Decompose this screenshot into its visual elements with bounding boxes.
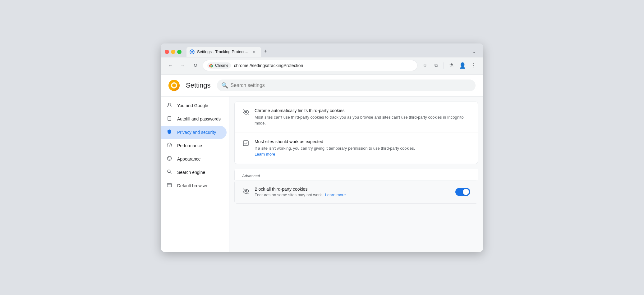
title-bar: Settings - Tracking Protection × + ⌄ [161, 43, 483, 57]
svg-line-14 [170, 172, 171, 174]
sidebar-label-search-engine: Search engine [177, 170, 205, 175]
tracking-protection-card: Chrome automatically limits third-party … [234, 102, 478, 164]
bookmark-icon: ☆ [423, 62, 427, 68]
limit-cookies-desc: Most sites can't use third-party cookies… [255, 114, 470, 126]
chrome-logo-icon [209, 63, 214, 68]
back-button[interactable]: ← [165, 61, 175, 70]
menu-button[interactable]: ⋮ [469, 61, 479, 70]
nav-bar: ← → ↻ Chrome chrome://settings/trackingP… [161, 57, 483, 74]
sidebar: You and Google Autofill and passwords [161, 97, 229, 252]
sidebar-item-you-and-google[interactable]: You and Google [161, 99, 227, 112]
extensions-button[interactable]: ⧉ [431, 61, 441, 70]
svg-point-10 [168, 157, 169, 158]
block-cookies-toggle[interactable] [455, 188, 470, 196]
block-cookies-text: Block all third-party cookies Features o… [255, 187, 450, 197]
block-cookies-desc: Features on some sites may not work. Lea… [255, 193, 450, 197]
learn-more-link-1[interactable]: Learn more [255, 152, 275, 157]
active-tab[interactable]: Settings - Tracking Protection × [186, 47, 261, 57]
person-icon [166, 102, 173, 109]
maximize-window-button[interactable] [177, 50, 182, 54]
menu-icon: ⋮ [471, 62, 476, 68]
minimize-window-button[interactable] [171, 50, 175, 54]
checkbox-icon [242, 140, 250, 148]
settings-container: Settings 🔍 You and Google [161, 74, 483, 252]
clipboard-icon [166, 116, 173, 123]
traffic-lights [165, 50, 182, 54]
lab-icon: ⚗ [449, 62, 453, 68]
svg-point-4 [168, 103, 170, 105]
new-tab-button[interactable]: + [261, 47, 270, 56]
browser-icon [166, 182, 173, 189]
block-cookies-title: Block all third-party cookies [255, 187, 450, 192]
sidebar-item-performance[interactable]: Performance [161, 139, 227, 152]
settings-header: Settings 🔍 [161, 75, 483, 97]
tab-close-button[interactable]: × [251, 49, 257, 55]
settings-page-title: Settings [186, 81, 211, 89]
chrome-badge-label: Chrome [215, 63, 228, 68]
limit-cookies-item: Chrome automatically limits third-party … [235, 102, 478, 133]
sidebar-label-privacy: Privacy and security [177, 130, 216, 135]
sidebar-item-search-engine[interactable]: Search engine [161, 166, 227, 179]
svg-point-9 [168, 156, 172, 160]
browser-window: Settings - Tracking Protection × + ⌄ ← →… [161, 43, 483, 252]
nav-icons: ☆ ⧉ ⚗ 👤 ⋮ [420, 61, 479, 70]
sidebar-label-you-and-google: You and Google [177, 103, 208, 108]
sites-work-text: Most sites should work as expected If a … [255, 139, 470, 157]
svg-line-8 [169, 145, 170, 146]
close-window-button[interactable] [165, 50, 169, 54]
shield-icon [166, 129, 173, 136]
block-eye-off-icon [242, 188, 250, 196]
svg-point-12 [169, 159, 170, 159]
sidebar-item-appearance[interactable]: Appearance [161, 152, 227, 166]
learn-more-link-2[interactable]: Learn more [325, 193, 346, 197]
svg-rect-5 [168, 116, 171, 120]
sidebar-item-privacy[interactable]: Privacy and security [161, 126, 227, 139]
reload-button[interactable]: ↻ [190, 61, 200, 70]
sidebar-label-default-browser: Default browser [177, 183, 208, 188]
limit-cookies-title: Chrome automatically limits third-party … [255, 108, 470, 113]
profile-icon: 👤 [459, 62, 466, 69]
extensions-icon: ⧉ [435, 63, 438, 68]
search-icon [166, 169, 173, 176]
address-bar[interactable]: Chrome chrome://settings/trackingProtect… [203, 60, 417, 71]
main-panel: Chrome automatically limits third-party … [229, 97, 483, 252]
svg-point-11 [170, 157, 171, 158]
eye-off-icon [242, 109, 250, 117]
sidebar-label-autofill: Autofill and passwords [177, 116, 221, 121]
forward-button[interactable]: → [178, 61, 188, 70]
sites-work-title: Most sites should work as expected [255, 139, 470, 144]
nav-divider [444, 62, 444, 69]
block-cookies-item: Block all third-party cookies Features o… [235, 180, 478, 203]
lab-button[interactable]: ⚗ [446, 61, 456, 70]
sites-work-item: Most sites should work as expected If a … [235, 133, 478, 164]
block-cookies-card: Block all third-party cookies Features o… [234, 180, 478, 204]
svg-rect-20 [243, 141, 248, 146]
settings-search-input[interactable] [217, 79, 476, 91]
sidebar-label-appearance: Appearance [177, 157, 201, 161]
settings-logo [168, 80, 180, 91]
sidebar-label-performance: Performance [177, 143, 202, 148]
tab-title: Settings - Tracking Protection [197, 49, 249, 54]
advanced-label: Advanced [235, 169, 478, 180]
tab-favicon-icon [190, 49, 195, 54]
gauge-icon [166, 142, 173, 149]
bookmark-button[interactable]: ☆ [420, 61, 430, 70]
profile-button[interactable]: 👤 [458, 61, 467, 70]
toggle-knob [463, 189, 469, 195]
settings-body: You and Google Autofill and passwords [161, 97, 483, 252]
tab-bar: Settings - Tracking Protection × + [186, 47, 467, 57]
palette-icon [166, 156, 173, 163]
address-url: chrome://settings/trackingProtection [234, 63, 413, 68]
chrome-badge: Chrome [207, 62, 231, 69]
svg-point-17 [168, 184, 168, 184]
tab-overflow-button[interactable]: ⌄ [469, 47, 479, 56]
limit-cookies-text: Chrome automatically limits third-party … [255, 108, 470, 126]
sidebar-item-autofill[interactable]: Autofill and passwords [161, 112, 227, 126]
svg-point-1 [191, 51, 193, 52]
settings-logo-inner [171, 82, 177, 88]
sites-work-desc: If a site isn't working, you can try giv… [255, 145, 470, 157]
settings-search-wrapper: 🔍 [217, 79, 476, 91]
svg-point-18 [169, 184, 169, 184]
sidebar-item-default-browser[interactable]: Default browser [161, 179, 227, 193]
